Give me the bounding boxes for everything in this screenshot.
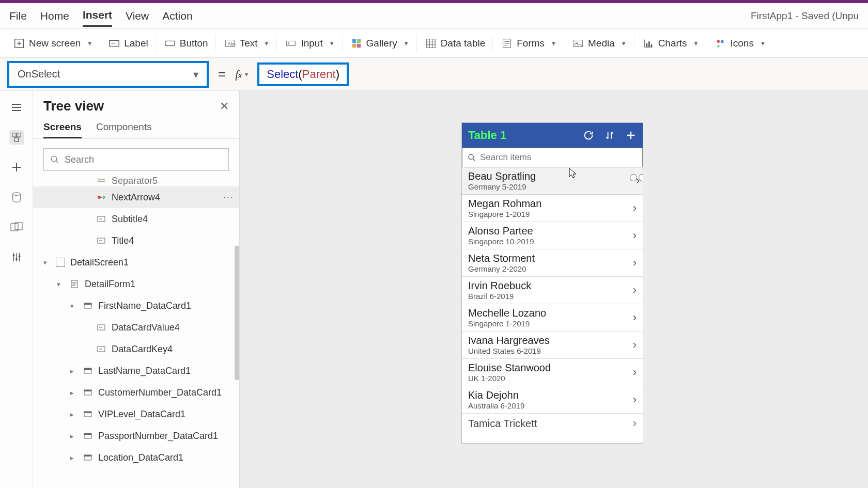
tree-item[interactable]: ▸CustomerNumber_DataCard1 xyxy=(33,382,239,403)
text-icon: Abc xyxy=(224,38,236,49)
menu-action[interactable]: Action xyxy=(162,6,192,26)
ribbon-label: Text xyxy=(240,38,258,49)
gallery-item[interactable]: Megan RohmanSingapore 1-2019› xyxy=(462,195,643,222)
design-canvas[interactable]: Table 1 Beau SpratlingGermany 5- xyxy=(240,91,868,488)
tree-tab-screens[interactable]: Screens xyxy=(43,121,82,138)
chevron-right-icon[interactable]: › xyxy=(633,417,637,430)
gallery-item[interactable]: Kia DejohnAustralia 6-2019› xyxy=(462,386,643,414)
tree-item[interactable]: Title4 xyxy=(33,230,239,251)
tree-view-icon[interactable] xyxy=(9,130,24,145)
tree-item[interactable]: NextArrow4··· xyxy=(33,186,239,208)
chevron-right-icon[interactable]: › xyxy=(633,366,637,379)
ribbon-gallery[interactable]: Gallery▼ xyxy=(344,35,417,52)
phone-gallery[interactable]: Beau SpratlingGermany 5-2019›Megan Rohma… xyxy=(462,167,643,443)
tree-item[interactable]: Subtitle4 xyxy=(33,208,239,230)
ribbon-text[interactable]: AbcText▼ xyxy=(217,35,277,52)
expand-icon[interactable]: ▾ xyxy=(70,302,78,310)
tree-item-label: VIPLevel_DataCard1 xyxy=(98,409,185,420)
chevron-right-icon[interactable]: › xyxy=(633,311,637,324)
gallery-item[interactable]: Ivana HargreavesUnited States 6-2019› xyxy=(462,332,643,359)
plus-icon[interactable] xyxy=(9,160,24,175)
chevron-down-icon: ▼ xyxy=(87,40,92,46)
gallery-item[interactable]: Elouise StanwoodUK 1-2020› xyxy=(462,359,643,386)
svg-rect-9 xyxy=(357,43,360,47)
ribbon-charts[interactable]: Charts▼ xyxy=(636,35,707,52)
more-icon[interactable]: ··· xyxy=(223,192,234,203)
chevron-right-icon[interactable]: › xyxy=(633,201,637,215)
chevron-right-icon[interactable]: › xyxy=(633,229,637,242)
media-icon[interactable] xyxy=(9,220,24,234)
expand-icon[interactable]: ▸ xyxy=(70,454,78,462)
database-icon[interactable] xyxy=(9,190,24,204)
ribbon-forms[interactable]: Forms▼ xyxy=(494,35,564,52)
expand-icon[interactable]: ▸ xyxy=(70,389,78,397)
ribbon-button[interactable]: Button xyxy=(157,35,216,52)
tree-item[interactable]: ▸VIPLevel_DataCard1 xyxy=(33,403,239,425)
svg-rect-34 xyxy=(84,303,91,305)
menu-file[interactable]: File xyxy=(9,6,27,26)
ribbon-new-screen[interactable]: New screen▼ xyxy=(6,35,100,52)
expand-icon[interactable]: ▸ xyxy=(70,411,78,418)
ribbon-label[interactable]: Label xyxy=(101,35,156,52)
tree-item[interactable]: ▸LastName_DataCard1 xyxy=(33,360,239,382)
phone-search-input[interactable] xyxy=(480,152,637,163)
gallery-item[interactable]: Irvin RoebuckBrazil 6-2019› xyxy=(462,277,643,304)
expand-icon[interactable]: ▸ xyxy=(70,432,78,440)
tree-search-input[interactable] xyxy=(65,154,222,165)
gallery-item[interactable]: Neta StormentGermany 2-2020› xyxy=(462,249,643,277)
ribbon-icons[interactable]: Icons▼ xyxy=(707,35,772,52)
scrollbar[interactable] xyxy=(235,246,239,380)
chevron-right-icon[interactable]: › xyxy=(633,284,637,297)
expand-icon[interactable]: ▾ xyxy=(57,280,64,288)
menu-home[interactable]: Home xyxy=(40,6,69,26)
label-icon xyxy=(109,38,120,49)
svg-rect-7 xyxy=(357,39,360,42)
tree-item[interactable]: DataCardValue4 xyxy=(33,317,239,338)
svg-point-25 xyxy=(12,255,14,257)
close-icon[interactable]: ✕ xyxy=(220,100,229,113)
tree-item[interactable]: DataCardKey4 xyxy=(33,338,239,360)
expand-icon[interactable]: ▸ xyxy=(70,367,78,375)
expand-icon[interactable]: ▾ xyxy=(43,259,51,266)
svg-point-26 xyxy=(16,258,18,260)
ribbon-data-table[interactable]: Data table xyxy=(418,35,493,52)
menu-insert[interactable]: Insert xyxy=(83,5,112,27)
gallery-item[interactable]: Tamica Trickett› xyxy=(462,414,643,433)
gallery-item[interactable]: Mechelle LozanoSingapore 1-2019› xyxy=(462,304,643,332)
property-dropdown[interactable]: OnSelect ▾ xyxy=(7,61,209,88)
sort-icon[interactable] xyxy=(605,130,615,141)
gallery-item-title: Mechelle Lozano xyxy=(468,307,546,319)
chevron-right-icon[interactable]: › xyxy=(633,338,637,352)
menu-bar: FileHomeInsertViewAction FirstApp1 - Sav… xyxy=(0,3,868,29)
tree-search[interactable] xyxy=(43,148,229,171)
tree-item[interactable]: ▾DetailScreen1 xyxy=(33,251,239,273)
add-icon[interactable] xyxy=(625,130,637,141)
phone-search[interactable] xyxy=(462,148,643,167)
formula-input[interactable]: Select(Parent) xyxy=(257,62,349,86)
svg-point-22 xyxy=(12,193,20,196)
hamburger-icon[interactable] xyxy=(9,100,24,115)
ribbon-input[interactable]: Input▼ xyxy=(278,35,342,52)
tree-tab-components[interactable]: Components xyxy=(96,121,152,138)
chevron-right-icon[interactable]: › xyxy=(633,256,637,270)
selection-handles[interactable]: › xyxy=(630,174,643,187)
app-title: FirstApp1 - Saved (Unpu xyxy=(751,10,859,22)
fx-label[interactable]: fx ▾ xyxy=(235,68,248,81)
chevron-right-icon[interactable]: › xyxy=(633,393,637,406)
tree-item[interactable]: Separator5 xyxy=(33,176,239,186)
tree-item[interactable]: ▾FirstName_DataCard1 xyxy=(33,295,239,317)
menu-view[interactable]: View xyxy=(126,6,149,26)
tree-list[interactable]: Separator5NextArrow4···Subtitle4Title4▾D… xyxy=(33,176,239,488)
tree-view-panel: Tree view ✕ ScreensComponents Separator5… xyxy=(33,91,240,488)
tools-icon[interactable] xyxy=(9,250,24,264)
gallery-item[interactable]: Alonso ParteeSingapore 10-2019› xyxy=(462,222,643,249)
refresh-icon[interactable] xyxy=(583,130,594,141)
ribbon-media[interactable]: Media▼ xyxy=(565,35,634,52)
gallery-item[interactable]: Beau SpratlingGermany 5-2019› xyxy=(462,167,643,195)
chevron-down-icon: ▼ xyxy=(693,40,699,46)
tree-item[interactable]: ▾DetailForm1 xyxy=(33,273,239,295)
tree-item[interactable]: ▸PassportNumber_DataCard1 xyxy=(33,425,239,447)
gallery-item-title: Irvin Roebuck xyxy=(468,280,531,292)
tree-item[interactable]: ▸Location_DataCard1 xyxy=(33,447,239,468)
gallery-item-subtitle: Australia 6-2019 xyxy=(468,401,524,410)
